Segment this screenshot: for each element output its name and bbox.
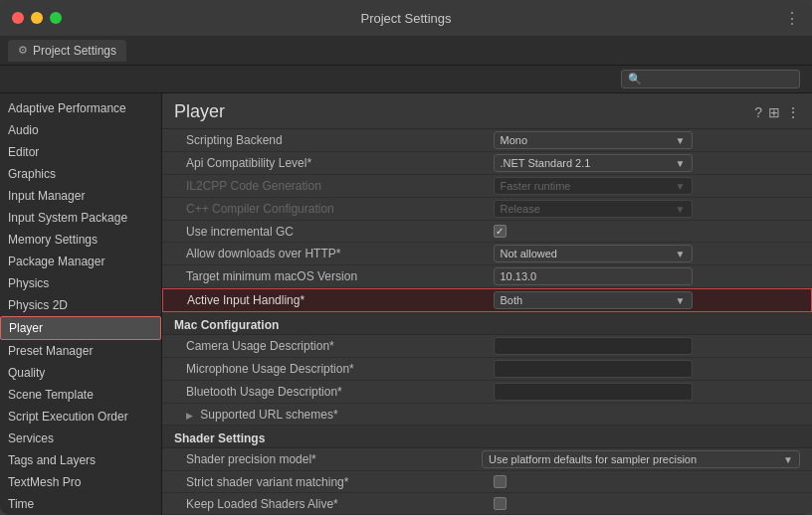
- help-icon[interactable]: ?: [754, 104, 762, 120]
- sidebar-item-graphics[interactable]: Graphics: [0, 163, 161, 185]
- row-cpp-compiler: C++ Compiler Configuration Release ▼: [162, 198, 812, 221]
- sidebar-item-textmesh-pro[interactable]: TextMesh Pro: [0, 471, 161, 493]
- field-camera-usage[interactable]: [494, 337, 693, 355]
- label-bluetooth-usage: Bluetooth Usage Description*: [174, 385, 494, 399]
- shader-settings-header: Shader Settings: [174, 431, 265, 445]
- value-keep-shaders: [494, 497, 801, 510]
- label-incremental-gc: Use incremental GC: [174, 225, 494, 239]
- dropdown-api-compat[interactable]: .NET Standard 2.1 ▼: [494, 154, 693, 172]
- layout-icon[interactable]: ⊞: [768, 104, 780, 120]
- value-incremental-gc: ✓: [494, 225, 801, 238]
- sidebar-item-editor[interactable]: Editor: [0, 141, 161, 163]
- row-shader-precision: Shader precision model* Use platform def…: [162, 448, 812, 471]
- field-microphone-usage[interactable]: [494, 360, 693, 378]
- value-shader-precision: Use platform defaults for sampler precis…: [482, 450, 800, 468]
- sidebar-item-audio[interactable]: Audio: [0, 119, 161, 141]
- row-strict-shader: Strict shader variant matching*: [162, 471, 812, 493]
- checkbox-strict-shader[interactable]: [494, 475, 507, 488]
- dropdown-arrow: ▼: [676, 135, 686, 146]
- row-scripting-backend: Scripting Backend Mono ▼: [162, 129, 812, 152]
- text-macos-version[interactable]: 10.13.0: [494, 267, 693, 285]
- dropdown-scripting-backend[interactable]: Mono ▼: [494, 131, 693, 149]
- value-macos-version: 10.13.0: [494, 267, 801, 285]
- sidebar-item-physics[interactable]: Physics: [0, 272, 161, 294]
- tab-project-settings[interactable]: ⚙ Project Settings: [8, 40, 126, 62]
- content-area: Player ? ⊞ ⋮ Scripting Backend Mono ▼: [162, 93, 812, 515]
- row-active-input: Active Input Handling* Both ▼: [162, 288, 812, 312]
- content-header: Player ? ⊞ ⋮: [162, 93, 812, 129]
- more-icon[interactable]: ⋮: [786, 104, 800, 120]
- sidebar-item-quality[interactable]: Quality: [0, 362, 161, 384]
- value-active-input: Both ▼: [494, 291, 800, 309]
- sidebar-item-input-system-package[interactable]: Input System Package: [0, 207, 161, 229]
- dropdown-arrow: ▼: [676, 181, 686, 192]
- title-bar: Project Settings ⋮: [0, 0, 812, 36]
- sidebar-item-physics-2d[interactable]: Physics 2D: [0, 294, 161, 316]
- window-controls[interactable]: [12, 12, 62, 24]
- sidebar-item-services[interactable]: Services: [0, 428, 161, 449]
- label-downloads-http: Allow downloads over HTTP*: [174, 247, 494, 260]
- dropdown-il2cpp[interactable]: Faster runtime ▼: [494, 177, 693, 195]
- value-scripting-backend: Mono ▼: [494, 131, 801, 149]
- sidebar-item-tags-and-layers[interactable]: Tags and Layers: [0, 449, 161, 471]
- value-api-compat: .NET Standard 2.1 ▼: [494, 154, 801, 172]
- dropdown-arrow: ▼: [676, 295, 686, 306]
- value-downloads-http: Not allowed ▼: [494, 245, 801, 262]
- value-strict-shader: [494, 475, 801, 488]
- sidebar-item-preset-manager[interactable]: Preset Manager: [0, 340, 161, 362]
- search-icon: 🔍: [628, 73, 642, 86]
- search-wrap: 🔍: [621, 70, 800, 88]
- row-supported-url: ▶ Supported URL schemes*: [162, 404, 812, 426]
- header-icons: ? ⊞ ⋮: [754, 104, 800, 120]
- dropdown-arrow: ▼: [676, 204, 686, 215]
- main-layout: Adaptive Performance Audio Editor Graphi…: [0, 93, 812, 515]
- label-keep-shaders: Keep Loaded Shaders Alive*: [174, 497, 494, 511]
- settings-table: Scripting Backend Mono ▼ Api Compatibili…: [162, 129, 812, 515]
- dropdown-arrow: ▼: [676, 158, 686, 169]
- sidebar-item-package-manager[interactable]: Package Manager: [0, 251, 161, 272]
- collapse-arrow-icon: ▶: [186, 411, 193, 421]
- value-cpp-compiler: Release ▼: [494, 200, 801, 218]
- menu-icon[interactable]: ⋮: [784, 9, 800, 28]
- value-il2cpp: Faster runtime ▼: [494, 177, 801, 195]
- gear-icon: ⚙: [18, 44, 28, 57]
- sidebar-item-player[interactable]: Player: [0, 316, 161, 340]
- label-strict-shader: Strict shader variant matching*: [174, 475, 494, 489]
- sidebar: Adaptive Performance Audio Editor Graphi…: [0, 93, 162, 515]
- maximize-button[interactable]: [50, 12, 62, 24]
- dropdown-shader-precision[interactable]: Use platform defaults for sampler precis…: [482, 450, 800, 468]
- sidebar-item-time[interactable]: Time: [0, 493, 161, 515]
- row-bluetooth-usage: Bluetooth Usage Description*: [162, 381, 812, 404]
- tab-label: Project Settings: [33, 44, 116, 58]
- dropdown-active-input[interactable]: Both ▼: [494, 291, 693, 309]
- sidebar-item-script-execution-order[interactable]: Script Execution Order: [0, 406, 161, 428]
- dropdown-arrow: ▼: [783, 454, 793, 465]
- sidebar-item-memory-settings[interactable]: Memory Settings: [0, 229, 161, 251]
- label-cpp-compiler: C++ Compiler Configuration: [174, 202, 494, 216]
- checkbox-incremental-gc[interactable]: ✓: [494, 225, 507, 238]
- window-title: Project Settings: [360, 11, 451, 26]
- search-input[interactable]: [646, 74, 793, 86]
- mac-config-section: Mac Configuration: [162, 312, 812, 335]
- sidebar-item-scene-template[interactable]: Scene Template: [0, 384, 161, 406]
- row-incremental-gc: Use incremental GC ✓: [162, 221, 812, 243]
- label-camera-usage: Camera Usage Description*: [174, 339, 494, 353]
- field-bluetooth-usage[interactable]: [494, 383, 693, 401]
- close-button[interactable]: [12, 12, 24, 24]
- label-active-input: Active Input Handling*: [175, 293, 494, 307]
- dropdown-downloads-http[interactable]: Not allowed ▼: [494, 245, 693, 262]
- checkbox-keep-shaders[interactable]: [494, 497, 507, 510]
- label-il2cpp: IL2CPP Code Generation: [174, 179, 494, 193]
- row-camera-usage: Camera Usage Description*: [162, 335, 812, 358]
- label-shader-precision: Shader precision model*: [174, 452, 482, 466]
- dropdown-cpp-compiler[interactable]: Release ▼: [494, 200, 693, 218]
- mac-config-header: Mac Configuration: [174, 318, 279, 332]
- value-microphone-usage: [494, 360, 801, 378]
- row-microphone-usage: Microphone Usage Description*: [162, 358, 812, 381]
- sidebar-item-adaptive-performance[interactable]: Adaptive Performance: [0, 97, 161, 119]
- minimize-button[interactable]: [31, 12, 43, 24]
- sidebar-item-input-manager[interactable]: Input Manager: [0, 185, 161, 207]
- row-api-compat: Api Compatibility Level* .NET Standard 2…: [162, 152, 812, 175]
- dropdown-arrow: ▼: [676, 249, 686, 259]
- row-keep-shaders: Keep Loaded Shaders Alive*: [162, 493, 812, 515]
